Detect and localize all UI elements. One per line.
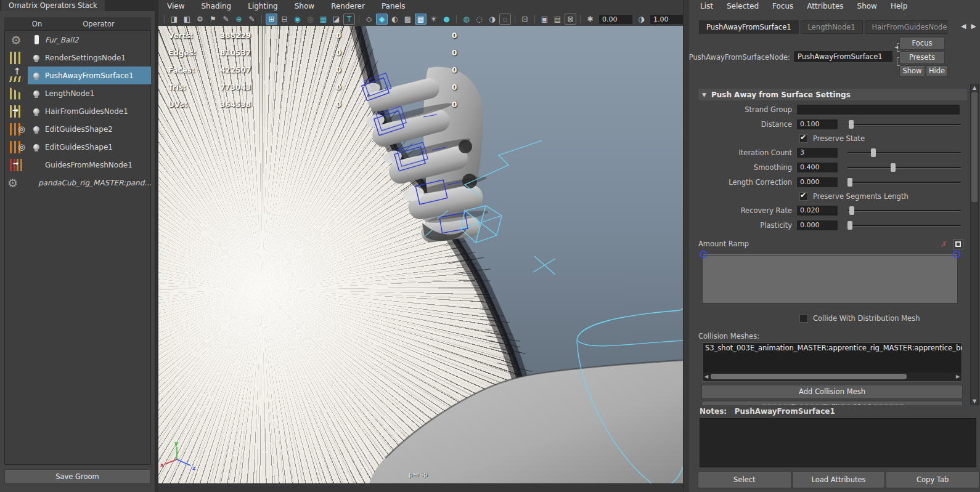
menu-attributes[interactable]: Attributes — [807, 2, 843, 10]
hscroll-left-icon[interactable]: ◀ — [703, 374, 709, 379]
isolate-select-icon[interactable]: ⊡ — [519, 14, 531, 25]
plasticity-slider[interactable] — [847, 221, 961, 230]
ramp-delete-icon[interactable]: ✗ — [940, 240, 947, 249]
notes-splitter[interactable] — [762, 404, 904, 405]
ramp-control-point[interactable] — [700, 251, 707, 258]
hscroll-right-icon[interactable]: ▶ — [955, 374, 961, 379]
save-groom-button[interactable]: Save Groom — [5, 470, 150, 483]
remove-collision-mesh-button[interactable]: Remove Collision Mesh — [702, 401, 962, 405]
xray-joints-icon[interactable]: ▤ — [552, 14, 563, 25]
camera-select-icon[interactable]: ◨ — [168, 14, 180, 25]
add-collision-mesh-button[interactable]: Add Collision Mesh — [702, 385, 962, 398]
length-correction-slider[interactable] — [847, 178, 961, 187]
smoothing-field[interactable]: 0.400 — [797, 163, 838, 172]
menu-help[interactable]: Help — [891, 2, 907, 10]
operator-row-guides-from-mesh[interactable]: GuidesFromMeshNode1 — [4, 156, 151, 174]
gate-mask-icon[interactable]: ◎ — [304, 14, 316, 25]
grease-pencil-icon[interactable]: ✎ — [246, 14, 258, 25]
select-button[interactable]: Select — [698, 472, 791, 488]
lights-icon[interactable]: ☀ — [428, 14, 439, 25]
exposure-icon[interactable]: ✱ — [584, 14, 596, 25]
operator-row-edit-guides-2[interactable]: EditGuidesShape2 — [4, 120, 151, 138]
menu-list[interactable]: List — [700, 2, 713, 10]
presets-button[interactable]: Presets — [900, 52, 944, 63]
collision-mesh-item[interactable]: S3_shot_003E_animation_MASTER:apprentice… — [702, 342, 962, 353]
wireframe-on-shaded-icon[interactable]: ▦ — [415, 14, 427, 25]
distance-field[interactable]: 0.100 — [797, 119, 838, 129]
distance-slider[interactable] — [847, 120, 961, 129]
menu-renderer[interactable]: Renderer — [331, 2, 365, 10]
preserve-state-checkbox[interactable] — [799, 134, 808, 143]
section-push-away-settings[interactable]: ▼ Push Away from Surface Settings — [698, 89, 967, 100]
load-attributes-button[interactable]: Load Attributes — [793, 472, 885, 488]
collision-meshes-list[interactable]: S3_shot_003E_animation_MASTER:apprentice… — [702, 342, 962, 382]
ssao-icon[interactable]: ◍ — [460, 14, 472, 25]
lightbulb-icon[interactable] — [33, 126, 39, 132]
section-collapse-icon[interactable]: ▼ — [702, 92, 706, 98]
safe-action-icon[interactable]: ◪ — [330, 14, 342, 25]
lightbulb-icon[interactable] — [33, 108, 39, 115]
shadows-icon[interactable]: ● — [441, 14, 452, 25]
image-plane-icon[interactable]: ✎ — [220, 14, 232, 25]
tab-scroll-right-icon[interactable]: ▶ — [971, 22, 976, 30]
menu-show[interactable]: Show — [857, 2, 877, 10]
ornatrix-stack-tab[interactable]: Ornatrix Operators Stack — [1, 0, 105, 11]
wireframe-icon[interactable]: ◇ — [363, 14, 375, 25]
contrast-icon[interactable]: ◑ — [635, 14, 647, 25]
operator-row-edit-guides-1[interactable]: EditGuidesShape1 — [4, 138, 151, 156]
collide-distribution-checkbox[interactable] — [799, 314, 808, 323]
textured-icon[interactable]: ◐ — [389, 14, 401, 25]
operator-row-render-settings[interactable]: RenderSettingsNode1 — [4, 49, 151, 67]
iteration-count-field[interactable]: 3 — [797, 148, 838, 158]
lightbulb-icon[interactable] — [33, 73, 39, 79]
operator-row-fur-ball[interactable]: ⚙ Fur_Ball2 — [4, 31, 151, 49]
hide-button[interactable]: Hide — [926, 66, 947, 76]
viewport-attribute-divider[interactable] — [683, 0, 688, 492]
attribute-editor-scrollbar[interactable]: ▲ ▼ — [970, 84, 979, 405]
operator-row-push-away[interactable]: PushAwayFromSurface1 — [4, 67, 151, 84]
lock-camera-icon[interactable]: ◧ — [181, 14, 193, 25]
tab-scroll-left-icon[interactable]: ◀ — [961, 22, 966, 30]
menu-panels[interactable]: Panels — [382, 2, 406, 10]
scrollbar-thumb[interactable] — [971, 92, 978, 202]
copy-tab-button[interactable]: Copy Tab — [886, 472, 979, 488]
node-shape-icon[interactable] — [35, 35, 39, 44]
recovery-rate-slider[interactable] — [847, 206, 961, 215]
selection-highlight-icon[interactable]: ⊠ — [565, 14, 576, 25]
smoothing-slider[interactable] — [847, 163, 961, 172]
menu-selected[interactable]: Selected — [727, 2, 759, 10]
focus-button[interactable]: Focus — [900, 38, 944, 49]
resolution-gate-icon[interactable]: ◉ — [292, 14, 303, 25]
contrast-field[interactable]: 1.00 — [650, 15, 684, 24]
operator-row-panda-cub[interactable]: ⚙ pandaCub_rig_MASTER:pand... — [4, 174, 151, 192]
iteration-count-slider[interactable] — [847, 148, 961, 157]
ramp-control-point[interactable] — [953, 251, 960, 258]
film-gate-icon[interactable]: ⊟ — [279, 14, 290, 25]
recovery-rate-field[interactable]: 0.020 — [797, 206, 838, 216]
viewport-scene[interactable]: x y z persp persp Verts:38822900Edges:81… — [158, 26, 683, 484]
tab-hair-from-guides[interactable]: HairFromGuidesNode1 — [865, 20, 948, 34]
show-button[interactable]: Show — [900, 66, 925, 76]
scroll-down-icon[interactable]: ▼ — [970, 398, 979, 404]
grid-icon[interactable]: ⊞ — [266, 14, 277, 25]
camera-attributes-icon[interactable]: ⚙ — [194, 14, 206, 25]
tab-push-away-from-surface[interactable]: PushAwayFromSurface1 — [699, 20, 799, 34]
tab-length-node[interactable]: LengthNode1 — [801, 20, 863, 34]
collision-list-hscrollbar[interactable]: ◀ ▶ — [703, 373, 961, 381]
preserve-segments-checkbox[interactable] — [799, 192, 808, 201]
menu-show[interactable]: Show — [295, 2, 314, 10]
dof-icon[interactable]: ▫ — [499, 14, 511, 25]
strand-group-field[interactable] — [797, 105, 960, 115]
lightbulb-icon[interactable] — [33, 55, 39, 61]
safe-title-icon[interactable]: T — [343, 14, 355, 25]
ramp-expand-icon[interactable] — [953, 239, 963, 249]
scroll-up-icon[interactable]: ▲ — [970, 85, 979, 91]
plasticity-field[interactable]: 0.000 — [797, 220, 838, 230]
node-name-field[interactable]: PushAwayFromSurface1 — [794, 51, 892, 62]
operator-row-hair-from-guides[interactable]: HairFromGuidesNode1 — [4, 102, 151, 120]
motion-blur-icon[interactable]: ◌ — [473, 14, 485, 25]
material-override-icon[interactable]: ▩ — [402, 14, 414, 25]
lightbulb-icon[interactable] — [33, 144, 39, 150]
menu-focus[interactable]: Focus — [772, 2, 793, 10]
multisample-icon[interactable]: ◑ — [486, 14, 498, 25]
